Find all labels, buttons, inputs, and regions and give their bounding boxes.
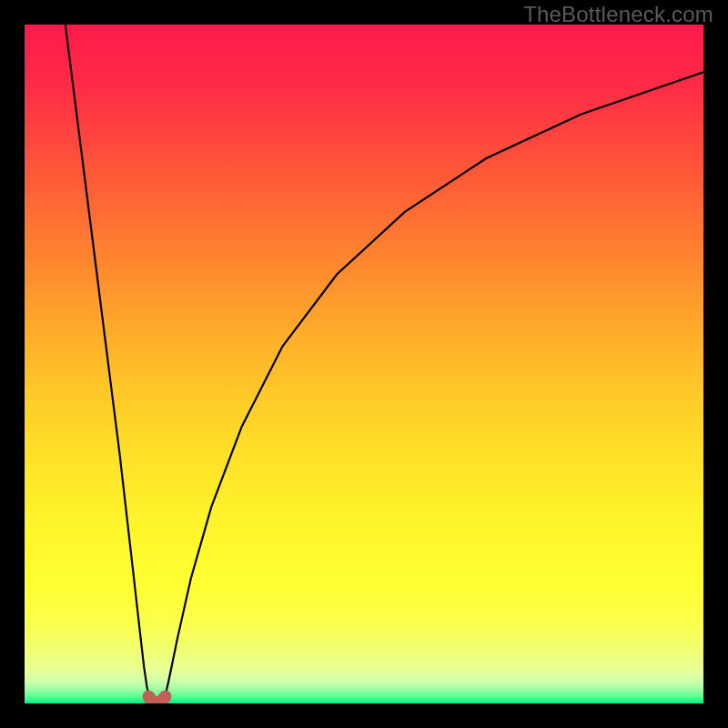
gradient-background [25,25,703,703]
watermark-text: TheBottleneck.com [523,2,713,27]
bottleneck-plot [25,25,703,703]
chart-frame: TheBottleneck.com [0,0,728,728]
trough-marker [149,697,166,703]
